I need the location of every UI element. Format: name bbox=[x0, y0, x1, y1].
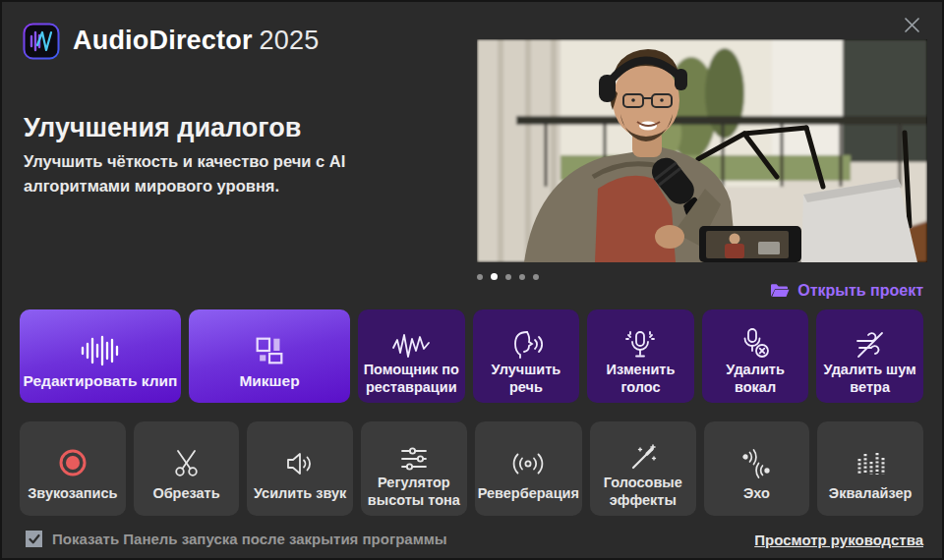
show-launcher-checkbox[interactable]: Показать Панель запуска после закрытия п… bbox=[26, 531, 447, 547]
change-voice-button[interactable]: Изменить голос bbox=[587, 309, 694, 403]
tile-label: Регулятор высоты тона bbox=[361, 474, 467, 516]
wind-slash-icon bbox=[854, 317, 887, 361]
tile-label: Обрезать bbox=[149, 478, 222, 516]
magic-wand-icon bbox=[627, 429, 659, 474]
remove-vocal-button[interactable]: Удалить вокал bbox=[702, 309, 809, 403]
checkmark-icon bbox=[29, 534, 40, 544]
close-button[interactable] bbox=[897, 10, 926, 39]
tile-label: Эхо bbox=[740, 478, 773, 516]
record-icon bbox=[57, 429, 88, 478]
boost-volume-button[interactable]: Усилить звук bbox=[247, 421, 353, 516]
tile-label: Реверберация bbox=[475, 478, 582, 516]
mic-remove-icon bbox=[738, 317, 772, 361]
page-subtitle: Улучшить чёткость и качество речи с AI а… bbox=[24, 149, 374, 198]
secondary-actions-row: Звукозапись Обрезать bbox=[20, 421, 923, 516]
primary-actions-row: Редактировать клип Микшер Помощник по ре… bbox=[20, 309, 923, 403]
open-project-link[interactable]: Открыть проект bbox=[770, 282, 923, 300]
tile-label: Голосовые эффекты bbox=[590, 474, 696, 516]
record-button[interactable]: Звукозапись bbox=[20, 421, 126, 516]
equalizer-icon bbox=[855, 429, 886, 478]
carousel-dot[interactable] bbox=[505, 274, 511, 280]
tile-label: Помощник по реставрации bbox=[358, 361, 465, 403]
carousel-dot[interactable] bbox=[519, 274, 525, 280]
carousel-dot[interactable] bbox=[533, 274, 539, 280]
page-title: Улучшения диалогов bbox=[24, 113, 301, 143]
mixer-blocks-icon bbox=[254, 317, 285, 366]
open-project-label: Открыть проект bbox=[797, 282, 923, 300]
app-title: AudioDirector2025 bbox=[73, 26, 319, 56]
waveform-icon bbox=[79, 317, 122, 366]
tile-label: Усилить звук bbox=[251, 478, 349, 516]
tile-label: Эквалайзер bbox=[826, 478, 915, 516]
launcher-window: AudioDirector2025 Улучшения диалогов Улу… bbox=[0, 0, 944, 560]
reverb-button[interactable]: Реверберация bbox=[475, 421, 582, 516]
pitch-sliders-icon bbox=[398, 429, 430, 474]
echo-icon bbox=[738, 429, 774, 478]
voice-effects-button[interactable]: Голосовые эффекты bbox=[590, 421, 696, 516]
restoration-assistant-button[interactable]: Помощник по реставрации bbox=[358, 309, 465, 403]
app-title-year: 2025 bbox=[260, 26, 320, 55]
equalizer-button[interactable]: Эквалайзер bbox=[817, 421, 923, 516]
tile-label: Изменить голос bbox=[587, 361, 694, 403]
tile-label: Звукозапись bbox=[25, 478, 120, 516]
carousel-dot[interactable] bbox=[477, 274, 483, 280]
reverb-icon bbox=[510, 429, 546, 478]
speech-face-icon bbox=[509, 317, 543, 361]
scissors-icon bbox=[171, 429, 203, 478]
pitch-shifter-button[interactable]: Регулятор высоты тона bbox=[361, 421, 467, 516]
echo-button[interactable]: Эхо bbox=[704, 421, 810, 516]
tile-label: Микшер bbox=[236, 366, 302, 403]
checkbox-box[interactable] bbox=[26, 531, 42, 547]
tile-label: Улучшить речь bbox=[473, 361, 580, 403]
edit-clip-button[interactable]: Редактировать клип bbox=[20, 309, 181, 403]
checkbox-label: Показать Панель запуска после закрытия п… bbox=[52, 531, 447, 547]
tile-label: Редактировать клип bbox=[21, 366, 181, 403]
carousel-dot-active[interactable] bbox=[491, 273, 498, 280]
mic-sparkle-icon bbox=[622, 317, 658, 361]
trim-button[interactable]: Обрезать bbox=[134, 421, 240, 516]
tile-label: Удалить шум ветра bbox=[816, 361, 923, 403]
carousel-dots bbox=[477, 273, 539, 280]
app-title-brand: AudioDirector bbox=[73, 26, 253, 55]
view-guide-link[interactable]: Просмотр руководства bbox=[754, 532, 923, 548]
remove-wind-noise-button[interactable]: Удалить шум ветра bbox=[816, 309, 923, 403]
speaker-icon bbox=[283, 429, 317, 478]
tile-label: Удалить вокал bbox=[702, 361, 809, 403]
enhance-speech-button[interactable]: Улучшить речь bbox=[473, 309, 580, 403]
open-folder-icon bbox=[770, 283, 790, 299]
restore-waveform-icon bbox=[391, 317, 431, 361]
close-icon bbox=[904, 17, 920, 33]
app-logo-icon bbox=[23, 23, 60, 60]
carousel-image bbox=[477, 39, 927, 262]
mixer-button[interactable]: Микшер bbox=[189, 309, 350, 403]
